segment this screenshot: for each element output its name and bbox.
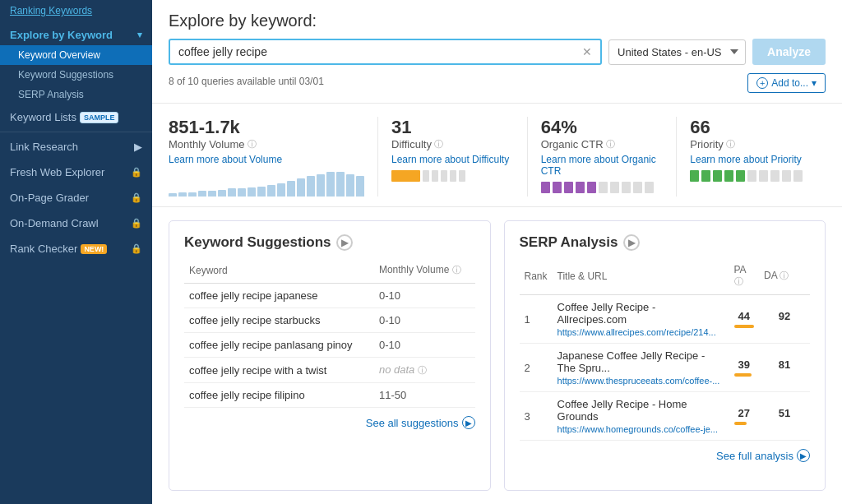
- metric-difficulty: 31 Difficulty ⓘ Learn more about Difficu…: [378, 117, 528, 197]
- plus-icon: +: [756, 77, 768, 89]
- table-row: 1Coffee Jelly Recipe - Allrecipes.comhtt…: [520, 295, 811, 344]
- volume-label: Monthly Volume ⓘ: [169, 138, 364, 150]
- see-all-suggestions[interactable]: See all suggestions ▶: [184, 416, 475, 429]
- table-row: coffee jelly recipe panlasang pinoy0-10: [184, 333, 475, 358]
- sidebar-item-serp-analysis[interactable]: SERP Analysis: [0, 85, 152, 104]
- rank-col-header: Rank: [520, 261, 553, 295]
- serp-analysis-panel: SERP Analysis ▶ Rank Title & URL PA ⓘ DA: [504, 220, 826, 491]
- ctr-learn-more[interactable]: Learn more about Organic CTR: [541, 154, 664, 177]
- lock-icon: 🔒: [131, 167, 142, 178]
- priority-value: 66: [690, 117, 812, 138]
- pa-col-header: PA ⓘ: [729, 261, 759, 295]
- da-col-header: DA ⓘ: [759, 261, 810, 295]
- title-col-header: Title & URL: [553, 261, 729, 295]
- metric-volume: 851-1.7k Monthly Volume ⓘ Learn more abo…: [169, 117, 378, 197]
- panels-row: Keyword Suggestions ▶ Keyword Monthly Vo…: [152, 207, 842, 504]
- table-row: 2Japanese Coffee Jelly Recipe - The Spru…: [520, 344, 811, 392]
- priority-info-icon[interactable]: ⓘ: [726, 138, 735, 150]
- sidebar-item-keyword-overview[interactable]: Keyword Overview: [0, 45, 152, 65]
- volume-value: 851-1.7k: [169, 117, 364, 138]
- keyword-suggestions-table: Keyword Monthly Volume ⓘ coffee jelly re…: [184, 261, 475, 408]
- sidebar: Ranking Keywords Explore by Keyword ▾ Ke…: [0, 0, 152, 504]
- serp-navigate-icon[interactable]: ▶: [623, 234, 640, 251]
- chevron-right-icon: ▶: [134, 141, 142, 153]
- ctr-value: 64%: [541, 117, 664, 138]
- ctr-bar: [541, 182, 664, 193]
- metric-organic-ctr: 64% Organic CTR ⓘ Learn more about Organ…: [528, 117, 678, 197]
- analyze-button[interactable]: Analyze: [752, 39, 826, 65]
- new-badge: NEW!: [81, 244, 107, 254]
- serp-analysis-title: SERP Analysis ▶: [520, 234, 811, 251]
- lock-icon-3: 🔒: [131, 218, 142, 229]
- difficulty-label: Difficulty ⓘ: [391, 138, 514, 150]
- sidebar-item-on-page-grader[interactable]: On-Page Grader 🔒: [0, 185, 152, 210]
- main-content: Explore by keyword: ✕ United States - en…: [152, 0, 842, 504]
- sidebar-explore-by-keyword[interactable]: Explore by Keyword ▾: [0, 21, 152, 45]
- ctr-label: Organic CTR ⓘ: [541, 138, 664, 150]
- ctr-info-icon[interactable]: ⓘ: [606, 138, 615, 150]
- priority-learn-more[interactable]: Learn more about Priority: [690, 154, 812, 165]
- table-row: coffee jelly recipe japanese0-10: [184, 284, 475, 308]
- vol-col-header: Monthly Volume ⓘ: [374, 261, 475, 284]
- sidebar-item-fresh-web-explorer[interactable]: Fresh Web Explorer 🔒: [0, 160, 152, 185]
- difficulty-bar: [391, 170, 514, 182]
- keyword-suggestions-title: Keyword Suggestions ▶: [184, 234, 475, 251]
- search-row: ✕ United States - en-US Analyze: [169, 39, 826, 65]
- vol-info-icon[interactable]: ⓘ: [452, 265, 461, 275]
- difficulty-value: 31: [391, 117, 514, 138]
- pa-info-icon[interactable]: ⓘ: [734, 276, 743, 286]
- queries-info: 8 of 10 queries available until 03/01: [169, 76, 324, 87]
- lock-icon-2: 🔒: [131, 192, 142, 203]
- lock-icon-4: 🔒: [131, 243, 142, 254]
- sidebar-item-keyword-lists[interactable]: Keyword Lists SAMPLE: [0, 104, 152, 130]
- add-to-button[interactable]: + Add to... ▾: [747, 73, 826, 93]
- difficulty-info-icon[interactable]: ⓘ: [434, 138, 443, 150]
- main-header: Explore by keyword: ✕ United States - en…: [152, 0, 842, 104]
- priority-label: Priority ⓘ: [690, 138, 812, 150]
- table-row: coffee jelly recipe filipino11-50: [184, 383, 475, 408]
- search-input-wrap: ✕: [169, 39, 602, 65]
- priority-bar: [690, 170, 812, 182]
- country-select[interactable]: United States - en-US: [608, 39, 746, 65]
- sidebar-item-keyword-suggestions[interactable]: Keyword Suggestions: [0, 65, 152, 85]
- no-data-info[interactable]: ⓘ: [418, 365, 427, 375]
- difficulty-learn-more[interactable]: Learn more about Difficulty: [391, 154, 514, 165]
- see-full-analysis[interactable]: See full analysis ▶: [520, 449, 811, 462]
- serp-analysis-table: Rank Title & URL PA ⓘ DA ⓘ 1Coffee Jelly…: [520, 261, 811, 441]
- sample-badge: SAMPLE: [80, 112, 119, 123]
- volume-bar-chart: [169, 170, 364, 197]
- page-title: Explore by keyword:: [169, 12, 826, 30]
- table-row: coffee jelly recipe starbucks0-10: [184, 308, 475, 333]
- da-info-icon[interactable]: ⓘ: [780, 270, 789, 280]
- circle-arrow-icon: ▶: [462, 416, 475, 429]
- keyword-suggestions-navigate-icon[interactable]: ▶: [336, 234, 353, 251]
- volume-learn-more[interactable]: Learn more about Volume: [169, 154, 364, 165]
- sidebar-item-link-research[interactable]: Link Research ▶: [0, 134, 152, 160]
- add-to-row: + Add to... ▾: [747, 70, 826, 96]
- clear-icon[interactable]: ✕: [582, 45, 592, 58]
- search-input[interactable]: [178, 45, 579, 58]
- sidebar-ranking-keywords-link[interactable]: Ranking Keywords: [0, 0, 152, 21]
- table-row: 3Coffee Jelly Recipe - Home Groundshttps…: [520, 392, 811, 441]
- chevron-down-icon: ▾: [137, 30, 142, 40]
- chevron-down-icon-add: ▾: [812, 77, 817, 89]
- volume-info-icon[interactable]: ⓘ: [248, 138, 257, 150]
- table-row: coffee jelly recipe with a twistno data …: [184, 358, 475, 383]
- sidebar-item-rank-checker[interactable]: Rank Checker NEW! 🔒: [0, 236, 152, 261]
- sidebar-item-on-demand-crawl[interactable]: On-Demand Crawl 🔒: [0, 210, 152, 236]
- keyword-suggestions-panel: Keyword Suggestions ▶ Keyword Monthly Vo…: [169, 220, 491, 491]
- metrics-row: 851-1.7k Monthly Volume ⓘ Learn more abo…: [152, 104, 842, 207]
- metric-priority: 66 Priority ⓘ Learn more about Priority: [677, 117, 826, 197]
- kw-col-header: Keyword: [184, 261, 374, 284]
- circle-arrow-icon-serp: ▶: [797, 449, 810, 462]
